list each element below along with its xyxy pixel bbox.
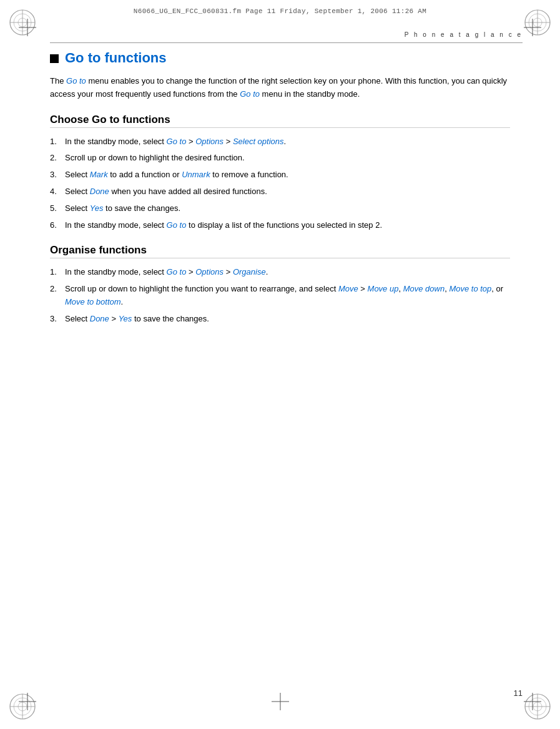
step3-link-unmark: Unmark xyxy=(182,170,210,179)
subsection-choose-heading: Choose Go to functions xyxy=(50,114,510,128)
step3-link-mark: Mark xyxy=(90,170,108,179)
crosshair-br xyxy=(524,693,541,710)
org-step1-link-options: Options xyxy=(195,267,224,276)
step1-link-select: Select options xyxy=(233,137,284,146)
list-item: 4. Select Done when you have added all d… xyxy=(50,185,510,198)
organise-steps-list: 1. In the standby mode, select Go to > O… xyxy=(50,266,510,325)
step6-link-goto: Go to xyxy=(167,220,187,230)
org-step3-link-done: Done xyxy=(90,314,109,323)
main-content: Go to functions The Go to menu enables y… xyxy=(50,44,510,679)
crosshair-bl xyxy=(19,693,36,710)
crosshair-tl xyxy=(19,19,36,36)
intro-paragraph: The Go to menu enables you to change the… xyxy=(50,75,510,101)
subsection-organise-heading: Organise functions xyxy=(50,244,510,258)
org-step2-link-movedown: Move down xyxy=(403,284,445,293)
org-step2-link-moveup: Move up xyxy=(368,284,399,293)
list-item: 3. Select Mark to add a function or Unma… xyxy=(50,169,510,182)
header-filename: N6066_UG_EN_FCC_060831.fm Page 11 Friday… xyxy=(134,7,426,15)
list-item: 1. In the standby mode, select Go to > O… xyxy=(50,266,510,279)
choose-steps-list: 1. In the standby mode, select Go to > O… xyxy=(50,135,510,232)
list-item: 2. Scroll up or down to highlight the de… xyxy=(50,152,510,165)
step1-link-options: Options xyxy=(195,137,224,146)
step1-link-goto: Go to xyxy=(167,137,187,146)
org-step1-link-goto: Go to xyxy=(167,267,187,276)
step5-link-yes: Yes xyxy=(90,203,104,213)
step4-link-done: Done xyxy=(90,187,109,196)
header-rule xyxy=(50,42,523,43)
header-bar: N6066_UG_EN_FCC_060831.fm Page 11 Friday… xyxy=(0,7,560,15)
list-item: 2. Scroll up or down to highlight the fu… xyxy=(50,283,510,309)
org-step2-link-move: Move xyxy=(338,284,358,293)
section-title-text: Go to functions xyxy=(65,50,167,66)
org-step1-link-organise: Organise xyxy=(233,267,266,276)
list-item: 1. In the standby mode, select Go to > O… xyxy=(50,135,510,149)
crosshair-tr xyxy=(524,19,541,36)
list-item: 5. Select Yes to save the changes. xyxy=(50,202,510,215)
intro-link-goto1: Go to xyxy=(66,76,86,86)
crosshair-bc xyxy=(272,693,289,710)
org-step3-link-yes: Yes xyxy=(119,314,132,323)
page: N6066_UG_EN_FCC_060831.fm Page 11 Friday… xyxy=(0,0,560,729)
chapter-title: P h o n e a t a g l a n c e xyxy=(405,31,523,38)
org-step2-link-movebottom: Move to bottom xyxy=(65,297,121,306)
list-item: 3. Select Done > Yes to save the changes… xyxy=(50,313,510,326)
section-title-square xyxy=(50,54,59,63)
subsection-choose: Choose Go to functions 1. In the standby… xyxy=(50,114,510,232)
subsection-organise: Organise functions 1. In the standby mod… xyxy=(50,244,510,325)
page-number: 11 xyxy=(514,688,523,698)
org-step2-link-movetop: Move to top xyxy=(449,284,491,293)
section-title-container: Go to functions xyxy=(50,50,510,66)
list-item: 6. In the standby mode, select Go to to … xyxy=(50,219,510,232)
intro-link-goto2: Go to xyxy=(240,89,260,99)
